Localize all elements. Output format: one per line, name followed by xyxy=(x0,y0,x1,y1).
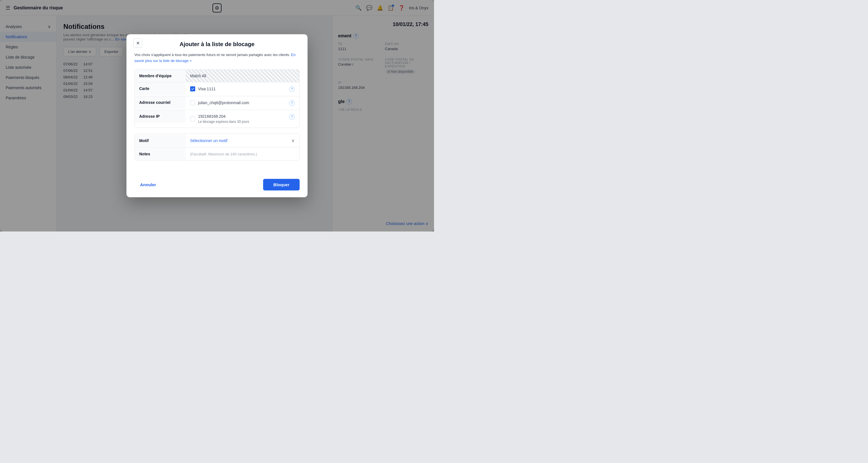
ip-help-icon[interactable]: ? xyxy=(289,114,295,120)
submit-button[interactable]: Bloquer xyxy=(263,179,300,190)
courriel-value: julian_chqtt@protonmail.com ? xyxy=(186,96,299,110)
carte-value: Visa 1111 ? xyxy=(186,82,299,96)
ip-sub-text: Le blocage expirera dans 30 jours xyxy=(198,120,249,124)
form-row-notes: Notes (Facultatif. Maximum de 140 caract… xyxy=(135,148,299,160)
chevron-down-icon: ∨ xyxy=(291,138,295,143)
modal-overlay[interactable]: ✕ Ajouter à la liste de blocage Vos choi… xyxy=(0,16,434,232)
main-content: Analyses ∨ Notifications Règles Liste de… xyxy=(0,16,434,232)
carte-text: Visa 1111 xyxy=(198,87,216,91)
modal-body: Vos choix s'appliquent à tous les paieme… xyxy=(126,52,308,175)
membre-equipe-label: Membre d'équipe xyxy=(135,70,186,82)
form-section: Motif Sélectionner un motif ∨ Notes xyxy=(134,133,300,161)
courriel-help-icon[interactable]: ? xyxy=(289,100,295,106)
notes-label: Notes xyxy=(135,148,186,160)
ip-value: 192168168.204 Le blocage expirera dans 3… xyxy=(186,110,299,128)
ip-label: Adresse IP xyxy=(135,110,186,123)
modal-description: Vos choix s'appliquent à tous les paieme… xyxy=(134,52,300,64)
motif-placeholder: Sélectionner un motif xyxy=(190,138,227,143)
courriel-checkbox[interactable] xyxy=(190,100,195,105)
form-row-motif: Motif Sélectionner un motif ∨ xyxy=(135,134,299,148)
notes-value[interactable]: (Facultatif. Maximum de 140 caractères.) xyxy=(186,148,299,160)
courriel-text: julian_chqtt@protonmail.com xyxy=(198,100,249,105)
notes-placeholder: (Facultatif. Maximum de 140 caractères.) xyxy=(190,152,257,156)
membre-equipe-value: Match All xyxy=(186,70,299,82)
modal-title: Ajouter à la liste de blocage xyxy=(180,41,255,48)
blocklist-table: Membre d'équipe Match All Carte xyxy=(134,69,300,128)
cancel-button[interactable]: Annuler xyxy=(134,179,162,190)
motif-label: Motif xyxy=(135,134,186,147)
motif-select[interactable]: Sélectionner un motif ∨ xyxy=(190,138,295,143)
carte-help-icon[interactable]: ? xyxy=(289,86,295,92)
blocklist-row-ip: Adresse IP 192168168.204 Le blocage expi… xyxy=(135,110,299,128)
modal-footer: Annuler Bloquer xyxy=(126,174,308,197)
app-container: ☰ Gestionnaire du risque 🔍 💬 🔔 📋 ❓ Iris … xyxy=(0,0,434,232)
carte-label: Carte xyxy=(135,82,186,95)
ip-text: 192168168.204 xyxy=(198,114,249,119)
motif-value: Sélectionner un motif ∨ xyxy=(186,134,299,147)
modal-dialog: ✕ Ajouter à la liste de blocage Vos choi… xyxy=(126,34,308,197)
blocklist-row-courriel: Adresse courriel julian_chqtt@protonmail… xyxy=(135,96,299,110)
close-icon: ✕ xyxy=(136,40,140,46)
carte-checkbox[interactable] xyxy=(190,86,195,91)
modal-header: ✕ Ajouter à la liste de blocage xyxy=(126,34,308,52)
blocklist-row-carte: Carte Visa 1111 xyxy=(135,82,299,96)
courriel-label: Adresse courriel xyxy=(135,96,186,109)
ip-checkbox[interactable] xyxy=(190,116,195,121)
modal-close-button[interactable]: ✕ xyxy=(133,38,142,48)
blocklist-row-membre-equipe: Membre d'équipe Match All xyxy=(135,70,299,82)
